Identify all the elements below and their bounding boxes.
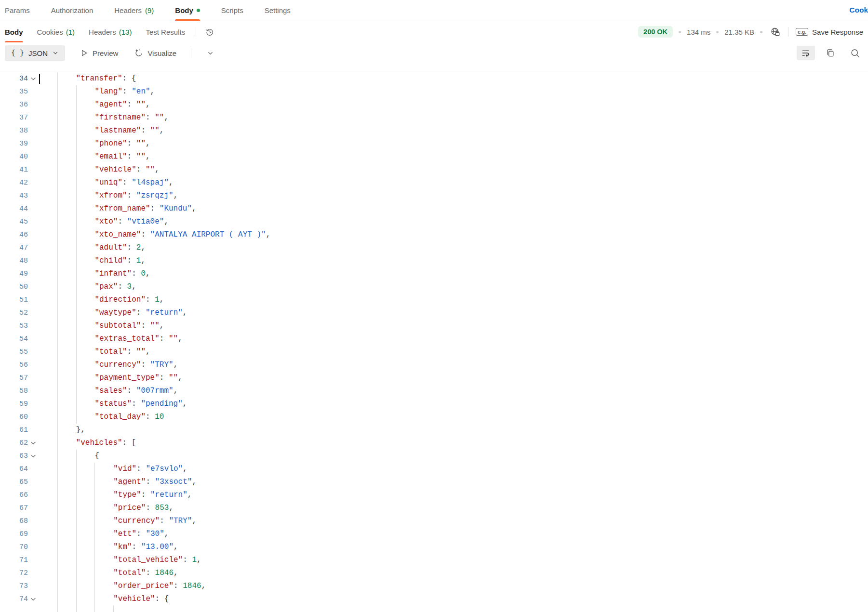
fold-chevron-icon[interactable] xyxy=(28,593,39,606)
indent-guide xyxy=(76,280,77,293)
wrap-lines-button[interactable] xyxy=(797,46,815,60)
indent-guide xyxy=(76,554,77,567)
code-content[interactable]: "total": 1846, xyxy=(39,567,868,580)
indent-guide xyxy=(76,189,77,202)
request-tab-body[interactable]: Body xyxy=(175,0,200,21)
code-content[interactable]: "status": "pending", xyxy=(39,398,868,411)
preview-button[interactable]: Preview xyxy=(79,47,119,59)
line-number: 63 xyxy=(0,450,28,463)
code-content[interactable]: "ett": "30", xyxy=(39,528,868,541)
line-number: 69 xyxy=(0,528,28,541)
code-content[interactable]: "xfrom": "zsrqzj", xyxy=(39,189,868,202)
status-badge[interactable]: 200 OK xyxy=(638,26,673,38)
line-number: 34 xyxy=(0,72,28,85)
code-content[interactable]: "firstname": "", xyxy=(39,111,868,124)
code-content[interactable]: "currency": "TRY", xyxy=(39,515,868,528)
code-content[interactable]: "type": "return", xyxy=(39,489,868,502)
fold-chevron-icon[interactable] xyxy=(28,437,39,450)
code-content[interactable]: "sales": "007rmm", xyxy=(39,385,868,398)
cookies-link[interactable]: Cook xyxy=(846,0,868,20)
search-icon xyxy=(850,48,860,58)
response-tab-test-results[interactable]: Test Results xyxy=(146,21,185,42)
request-tab-params[interactable]: Params xyxy=(5,0,30,21)
code-content[interactable]: "total_vehicle": 1, xyxy=(39,554,868,567)
response-body-editor[interactable]: 34"transfer": {35"lang": "en",36"agent":… xyxy=(0,71,868,612)
code-content[interactable]: "total_day": 10 xyxy=(39,411,868,424)
code-content[interactable]: "payment_type": "", xyxy=(39,372,868,385)
more-views-button[interactable] xyxy=(205,48,216,59)
fold-chevron-icon[interactable] xyxy=(28,72,39,85)
code-content[interactable]: "child": 1, xyxy=(39,254,868,267)
response-size: 21.35 KB xyxy=(724,28,754,36)
response-history-button[interactable] xyxy=(203,25,216,39)
json-punctuation: , xyxy=(174,386,178,395)
wrap-text-icon xyxy=(801,48,811,58)
indent-guide xyxy=(76,98,77,111)
request-tab-settings[interactable]: Settings xyxy=(265,0,291,21)
search-button[interactable] xyxy=(846,46,864,60)
globe-lock-icon xyxy=(770,27,781,37)
code-content[interactable]: "direction": 1, xyxy=(39,293,868,306)
magic-sparkle-icon xyxy=(134,48,143,58)
code-content[interactable]: "subtotal": "", xyxy=(39,319,868,333)
code-content[interactable]: "vid": "e7svlo", xyxy=(39,463,868,476)
indent-guide xyxy=(76,359,77,372)
response-tab-body[interactable]: Body xyxy=(5,21,23,42)
code-line: 73"order_price": 1846, xyxy=(0,580,868,593)
code-content[interactable]: "total": "", xyxy=(39,346,868,359)
json-key: "type" xyxy=(113,491,141,499)
code-content[interactable]: "agent": "", xyxy=(39,98,868,111)
json-empty-string: "" xyxy=(136,152,146,161)
indent-guide xyxy=(94,593,95,606)
json-string-value: "en" xyxy=(132,87,150,96)
network-info-button[interactable] xyxy=(768,25,783,39)
code-content[interactable]: "vehicles": [ xyxy=(39,437,868,450)
request-tab-scripts[interactable]: Scripts xyxy=(221,0,243,21)
format-select[interactable]: { } JSON xyxy=(5,45,65,61)
indent-guide xyxy=(76,476,77,489)
fold-gutter xyxy=(28,319,39,333)
copy-button[interactable] xyxy=(821,46,840,60)
line-number: 54 xyxy=(0,333,28,346)
code-content[interactable]: "order_price": 1846, xyxy=(39,580,868,593)
response-tab-headers[interactable]: Headers(13) xyxy=(89,21,132,42)
request-tab-headers[interactable]: Headers(9) xyxy=(114,0,154,21)
code-content[interactable]: "infant": 0, xyxy=(39,267,868,280)
json-punctuation: , xyxy=(178,373,183,382)
code-content[interactable]: "lastname": "", xyxy=(39,124,868,137)
indent-guide xyxy=(76,502,77,515)
code-content[interactable]: "transfer": { xyxy=(39,72,868,85)
indent-guide xyxy=(76,150,77,163)
code-content[interactable]: "currency": "TRY", xyxy=(39,359,868,372)
code-content[interactable]: "price": 853, xyxy=(39,502,868,515)
visualize-button[interactable]: Visualize xyxy=(133,46,177,60)
code-line: 49"infant": 0, xyxy=(0,267,868,280)
request-tab-authorization[interactable]: Authorization xyxy=(51,0,93,21)
response-tab-cookies[interactable]: Cookies(1) xyxy=(37,21,75,42)
indent-guide xyxy=(94,541,95,554)
code-content[interactable]: "pax": 3, xyxy=(39,280,868,293)
code-content[interactable]: "uniq": "l4spaj", xyxy=(39,176,868,189)
code-content[interactable]: { xyxy=(39,450,868,463)
code-content[interactable] xyxy=(39,606,868,612)
code-content[interactable]: "vehicle": "", xyxy=(39,163,868,176)
indent-guide xyxy=(57,541,58,554)
save-response-label: Save Response xyxy=(812,28,863,36)
code-content[interactable]: "xfrom_name": "Kundu", xyxy=(39,202,868,215)
code-content[interactable]: "agent": "3xsoct", xyxy=(39,476,868,489)
json-key: "sales" xyxy=(94,386,127,395)
code-content[interactable]: "xto_name": "ANTALYA AIRPORT ( AYT )", xyxy=(39,228,868,241)
code-content[interactable]: "phone": "", xyxy=(39,137,868,150)
fold-chevron-icon[interactable] xyxy=(28,450,39,463)
code-content[interactable]: }, xyxy=(39,424,868,437)
code-content[interactable]: "waytype": "return", xyxy=(39,306,868,319)
save-response-button[interactable]: e.g. Save Response xyxy=(795,26,864,38)
code-content[interactable]: "xto": "vtia0e", xyxy=(39,215,868,228)
code-content[interactable]: "email": "", xyxy=(39,150,868,163)
indent-guide xyxy=(57,463,58,476)
code-content[interactable]: "extras_total": "", xyxy=(39,333,868,346)
code-content[interactable]: "adult": 2, xyxy=(39,241,868,254)
code-content[interactable]: "km": "13.00", xyxy=(39,541,868,554)
code-content[interactable]: "vehicle": { xyxy=(39,593,868,606)
code-content[interactable]: "lang": "en", xyxy=(39,85,868,98)
